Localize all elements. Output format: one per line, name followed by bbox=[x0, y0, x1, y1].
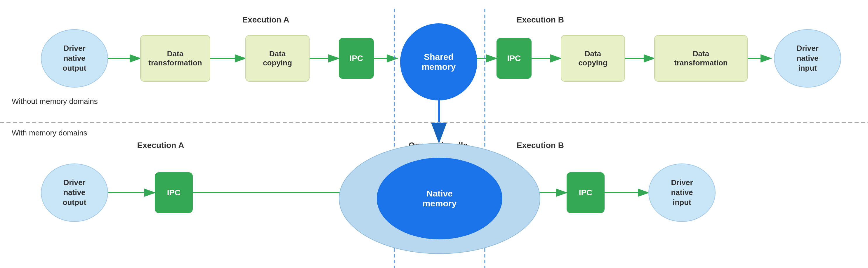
with-domains-label: With memory domains bbox=[12, 129, 87, 137]
exec-a-label-top: Execution A bbox=[228, 15, 304, 25]
bot-driver-native-output: Driver native output bbox=[41, 164, 108, 222]
diagram-container: Execution A Execution B Without memory d… bbox=[0, 0, 868, 268]
exec-b-label-top: Execution B bbox=[502, 15, 578, 25]
top-data-copying-a: Data copying bbox=[245, 35, 310, 82]
bot-ipc-a: IPC bbox=[155, 172, 193, 213]
bot-ipc-b: IPC bbox=[567, 172, 604, 213]
bot-driver-native-input: Driver native input bbox=[648, 164, 716, 222]
top-shared-memory: Shared memory bbox=[400, 23, 477, 100]
top-driver-native-output: Driver native output bbox=[41, 29, 108, 88]
without-domains-label: Without memory domains bbox=[12, 97, 98, 106]
top-data-copying-b: Data copying bbox=[561, 35, 625, 82]
top-data-transformation-b: Data transformation bbox=[654, 35, 748, 82]
top-ipc-a: IPC bbox=[339, 38, 374, 79]
exec-a-label-bottom: Execution A bbox=[123, 141, 198, 150]
top-ipc-b: IPC bbox=[496, 38, 531, 79]
top-data-transformation-a: Data transformation bbox=[140, 35, 210, 82]
exec-b-label-bottom: Execution B bbox=[502, 141, 578, 150]
top-driver-native-input: Driver native input bbox=[774, 29, 841, 88]
bot-native-memory: Native memory bbox=[377, 158, 502, 239]
